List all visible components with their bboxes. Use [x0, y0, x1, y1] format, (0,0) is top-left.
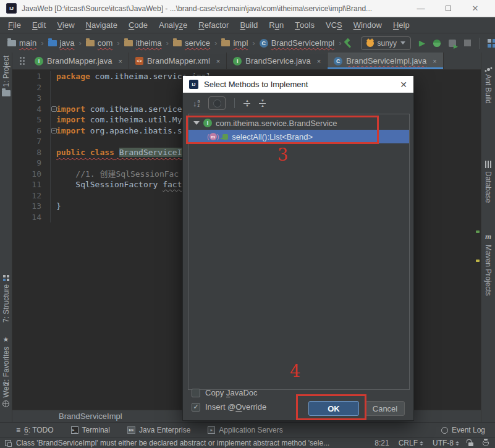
tool-stripe-button-7-structure[interactable]: 7: Structure	[0, 275, 12, 323]
tab-label: BrandMapper.xml	[147, 56, 210, 66]
menu-item-text: efactor	[205, 20, 229, 30]
breadcrumb-label: main	[19, 38, 36, 48]
dialog-close-icon[interactable]: ✕	[400, 80, 407, 90]
package-icon	[173, 40, 182, 46]
tool-stripe-button-database[interactable]: Database	[481, 161, 495, 203]
menu-item-text: H	[393, 20, 399, 30]
fold-marker-icon[interactable]: −	[51, 128, 57, 133]
tool-stripe-button-maven-projects[interactable]: mMaven Projects	[481, 232, 495, 296]
menu-item-view[interactable]: View	[51, 17, 80, 33]
line-ending-select[interactable]: CRLF	[399, 439, 423, 447]
menu-item-tools[interactable]: Tools	[289, 17, 320, 33]
code-text: //1. 创建SqlSessionFac	[51, 169, 179, 180]
source-folder-icon	[48, 40, 57, 46]
error-stripe-mark-yellow[interactable]	[476, 260, 480, 262]
tab-options-icon[interactable]	[12, 53, 28, 69]
menu-item-window[interactable]: Window	[348, 17, 387, 33]
breadcrumb-label: service	[185, 38, 210, 48]
package-icon	[86, 40, 95, 46]
menu-item-navigate[interactable]: Navigate	[80, 17, 123, 33]
copy-javadoc-checkbox[interactable]: Copy JavaDoc	[192, 388, 258, 397]
breadcrumb-item-impl[interactable]: impl	[220, 37, 249, 49]
tool-stripe-button-ant-build[interactable]: Ant Build	[481, 68, 495, 104]
insert-override-checkbox[interactable]: ✓ Insert @Override	[192, 402, 266, 412]
close-button[interactable]: ✕	[462, 1, 489, 17]
menu-item-code[interactable]: Code	[123, 17, 153, 33]
code-text	[51, 93, 56, 104]
tool-window-button-6-todo[interactable]: ≡6: TODO	[16, 426, 54, 434]
tab-brandserviceimpl-java[interactable]: CBrandServiceImpl.java×	[328, 53, 444, 69]
maximize-button[interactable]	[434, 1, 462, 17]
error-stripe-mark-green[interactable]	[476, 230, 480, 233]
line-number: 3	[12, 93, 51, 104]
tool-window-button-application-servers[interactable]: ▸Application Servers	[208, 426, 282, 434]
breadcrumb-item-java[interactable]: java	[47, 37, 76, 49]
window-title: JavaWeb [D:\itcast\Source\itcast\JavaWeb…	[22, 4, 372, 13]
breadcrumb-item-itheima[interactable]: itheima	[123, 37, 163, 49]
tab-brandmapper-xml[interactable]: <>BrandMapper.xml×	[129, 53, 227, 69]
run-button[interactable]: ▶	[419, 38, 425, 48]
inspections-hector-icon[interactable]	[483, 440, 489, 446]
dialog-toolbar-separator	[234, 98, 235, 108]
show-classes-toggle[interactable]	[208, 96, 226, 110]
tab-close-icon[interactable]: ×	[216, 57, 220, 65]
tool-window-button-terminal[interactable]: ▸_Terminal	[71, 426, 110, 434]
chevron-right-icon: ›	[40, 38, 44, 48]
event-log-icon	[441, 427, 448, 434]
breadcrumb-item-service[interactable]: service	[172, 37, 211, 49]
tool-stripe-button-web[interactable]: Web	[0, 382, 12, 407]
globe-icon	[2, 400, 9, 407]
breadcrumb-label: java	[60, 38, 75, 48]
run-configuration-select[interactable]: sunyy	[361, 36, 411, 50]
code-segment: fact	[163, 180, 182, 189]
tool-stripe-button-1-project[interactable]: 1: Project	[0, 56, 12, 96]
run-with-coverage-button[interactable]	[449, 40, 456, 47]
menu-item-build[interactable]: Build	[234, 17, 263, 33]
tab-close-icon[interactable]: ×	[317, 57, 321, 65]
menu-item-edit[interactable]: Edit	[27, 17, 51, 33]
menu-item-refactor[interactable]: Refactor	[193, 17, 234, 33]
tool-window-bar: ≡6: TODO▸_TerminalEEJava Enterprise▸Appl…	[0, 422, 495, 437]
breadcrumb-item-brandserviceimpl[interactable]: CBrandServiceImpl	[258, 37, 336, 49]
tab-close-icon[interactable]: ×	[433, 57, 436, 65]
select-methods-dialog: IJ Select Methods to Implement ✕ ↓az ▲▼ …	[182, 75, 414, 421]
menu-item-vcs[interactable]: VCS	[320, 17, 348, 33]
minimize-button[interactable]: —	[407, 1, 434, 17]
menu-item-file[interactable]: File	[2, 17, 27, 33]
fold-marker-icon[interactable]: −	[51, 106, 57, 112]
menu-item-help[interactable]: Help	[387, 17, 415, 33]
editor-breadcrumb-item[interactable]: BrandServiceImpl	[59, 412, 122, 421]
stop-button[interactable]	[464, 40, 471, 46]
caret-position[interactable]: 8:21	[374, 439, 389, 447]
tool-window-button-java-enterprise[interactable]: EEJava Enterprise	[127, 426, 190, 434]
cancel-button[interactable]: Cancel	[365, 401, 405, 416]
sort-alphabetically-icon[interactable]: ↓az	[193, 99, 200, 108]
debug-button[interactable]	[433, 40, 441, 47]
project-structure-button[interactable]	[488, 39, 491, 43]
lock-icon[interactable]	[468, 442, 473, 446]
expand-all-icon[interactable]: ▲▼	[243, 99, 250, 108]
menu-item-text: F	[8, 20, 13, 30]
tool-stripe-button-2-favorites[interactable]: ★2: Favorites	[0, 336, 12, 386]
menu-item-analyze[interactable]: Analyze	[153, 17, 193, 33]
tab-brandservice-java[interactable]: IBrandService.java×	[227, 53, 328, 69]
tool-window-button-event-log[interactable]: Event Log	[441, 426, 485, 434]
menu-item-run[interactable]: Run	[263, 17, 289, 33]
encoding-select[interactable]: UTF-8	[433, 439, 459, 447]
breadcrumb-item-com[interactable]: com	[85, 37, 114, 49]
code-segment: import	[56, 115, 85, 124]
breadcrumb-item-main[interactable]: main	[6, 37, 38, 49]
build-hammer-icon[interactable]	[343, 38, 353, 48]
breadcrumb-label: BrandServiceImpl	[271, 38, 335, 48]
collapse-all-icon[interactable]: ▼▲	[259, 99, 266, 108]
code-segment: BrandServiceI	[119, 148, 182, 157]
tab-brandmapper-java[interactable]: IBrandMapper.java×	[28, 53, 129, 69]
updown-icon	[455, 441, 459, 446]
breadcrumb: main›java›com›itheima›service›impl›CBran…	[6, 37, 343, 49]
annotation-number-4: 4	[290, 361, 300, 381]
tool-window-label: Event Log	[452, 426, 485, 434]
editor-tab-bar: IBrandMapper.java×<>BrandMapper.xml×IBra…	[12, 53, 481, 70]
chevron-right-icon: ›	[77, 38, 82, 48]
tab-close-icon[interactable]: ×	[119, 57, 122, 65]
right-tool-stripe: Ant BuildDatabasemMaven Projects	[481, 53, 495, 422]
